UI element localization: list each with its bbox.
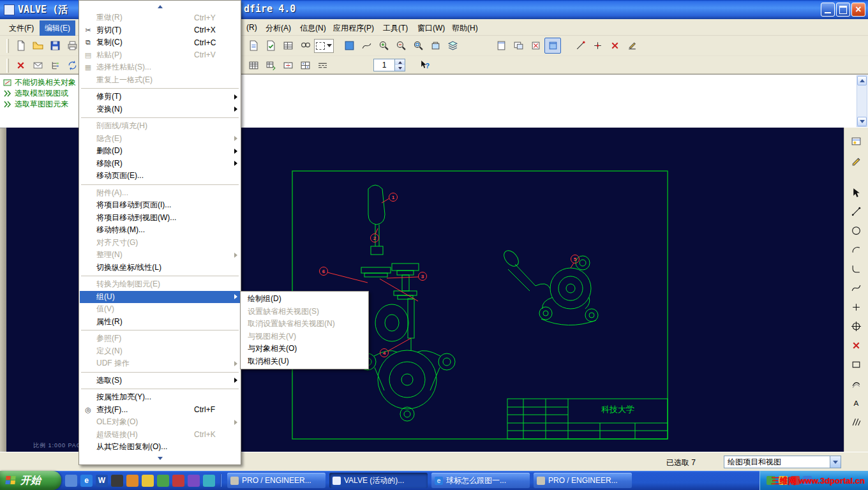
player-icon[interactable] [172,475,184,487]
media-player-icon[interactable] [126,475,138,487]
menu-item-attachment[interactable]: 附件(A)... [80,187,240,200]
taskbar-task-4[interactable]: PRO / ENGINEER... [534,473,632,488]
zoom-in-icon[interactable] [375,38,392,54]
menu-item-cut[interactable]: ✂剪切(T)Ctrl+X [80,24,240,37]
sketch-line-icon[interactable] [572,38,588,54]
app-shortcut-icon[interactable] [188,475,200,487]
menu-item-properties[interactable]: 属性(R) [80,316,240,329]
taskbar-task-3[interactable]: e 球标怎么跟图一... [431,473,530,488]
menu-item-paste-special[interactable]: ▦选择性粘贴(S)... [80,61,240,74]
close-button[interactable] [851,3,865,17]
menu-item-move-special[interactable]: 移动特殊(M)... [80,224,240,237]
message-scrollbar[interactable] [857,75,867,127]
fillet-tool-icon[interactable] [848,260,865,277]
spline-tool-icon[interactable] [848,279,865,296]
line-style-icon[interactable] [314,57,331,73]
minimize-button[interactable] [821,3,835,17]
menu-item-repeat-last-format[interactable]: 重复上一格式(E) [80,74,240,87]
menu-item-delete[interactable]: 删除(D) [80,145,240,158]
menu-scroll-up[interactable] [80,2,240,11]
left-sash[interactable] [0,128,6,452]
selection-filter-combo[interactable] [314,39,334,53]
menu-item-trim[interactable]: 修剪(T) [80,91,240,103]
submenu-item-set-default-related-views[interactable]: 设置缺省相关视图(S) [241,306,368,318]
menu-item-redo[interactable]: 重做(R)Ctrl+Y [80,11,240,24]
menu-item-references[interactable]: 参照(F) [80,332,240,345]
repeat-region-icon[interactable] [297,57,313,73]
menu-item-hyperlink[interactable]: 超级链接(H)Ctrl+K [80,429,240,442]
menu-edit[interactable]: 编辑(E) [40,20,75,36]
merge-cells-icon[interactable] [280,57,296,73]
menu-item-cleanup[interactable]: 整理(N) [80,249,240,262]
table-icon[interactable] [280,38,296,54]
sketch-point-icon[interactable] [589,38,606,54]
show-desktop-icon[interactable] [65,475,77,487]
submenu-item-unrelate[interactable]: 取消相关(U) [241,355,368,368]
page-setup-icon[interactable] [245,38,262,54]
sketch-note-icon[interactable] [624,38,640,54]
erase-button[interactable] [12,57,29,73]
zoom-out-icon[interactable] [393,38,409,54]
sheet-number-stepper[interactable]: 1 [373,59,405,71]
new-sheet-icon[interactable] [493,38,509,54]
menu-item-suppress[interactable]: 隐含(E) [80,133,240,145]
submenu-item-unset-default-related-views[interactable]: 取消设置缺省相关视图(N) [241,318,368,330]
view-display-icon[interactable] [848,133,865,149]
taskbar-task-1[interactable]: PRO / ENGINEER... [227,473,326,488]
activate-window-icon[interactable] [544,38,561,54]
toolbar-grip[interactable] [6,59,9,73]
menu-item-convert-to-draft[interactable]: 转换为绘制图元(E) [80,278,240,291]
maximize-button[interactable] [836,3,850,17]
stepper-down-button[interactable] [395,65,405,71]
menu-partial[interactable]: (R) [241,20,262,34]
menu-item-copy[interactable]: ⧉复制(C)Ctrl+C [80,36,240,49]
shaded-display-icon[interactable] [341,38,357,54]
offset-tool-icon[interactable] [848,375,865,392]
menu-item-ole-object[interactable]: OLE对象(O) [80,416,240,429]
menu-item-udf-operations[interactable]: UDF 操作 [80,357,240,370]
menu-window[interactable]: 窗口(W) [412,20,450,36]
menu-item-toggle-ordinate-linear[interactable]: 切换纵坐标/线性(L) [80,262,240,274]
delete-segment-icon[interactable] [848,337,865,353]
folder-icon[interactable] [142,475,154,487]
menu-analysis[interactable]: 分析(A) [260,20,296,36]
start-button[interactable]: 开始 [0,471,61,490]
circle-tool-icon[interactable] [848,222,865,239]
menu-item-remove[interactable]: 移除(R) [80,158,240,170]
scroll-up-button[interactable] [857,76,867,85]
menu-item-transform[interactable]: 变换(N) [80,103,240,116]
qq-icon[interactable] [111,475,123,487]
context-help-icon[interactable]: ? [416,57,433,73]
menu-item-select[interactable]: 选取(S) [80,375,240,387]
app-shortcut-icon[interactable] [203,475,215,487]
menu-item-find[interactable]: ◎查找(F)...Ctrl+F [80,404,240,417]
menu-tools[interactable]: 工具(T) [378,20,413,36]
repaint-icon[interactable] [427,38,444,54]
table-from-file-icon[interactable] [262,57,279,73]
layers-icon[interactable] [444,38,461,54]
menu-file[interactable]: 文件(F) [4,20,39,36]
model-tree-button[interactable] [47,57,63,73]
submenu-item-draft-group[interactable]: 绘制组(D) [241,293,368,306]
refit-icon[interactable] [410,38,426,54]
messenger-icon[interactable] [157,475,169,487]
annotation-display-icon[interactable] [848,152,865,168]
arc-tool-icon[interactable] [848,241,865,258]
menu-item-align-dimensions[interactable]: 对齐尺寸(G) [80,237,240,249]
menu-item-value[interactable]: 值(V) [80,303,240,316]
word-icon[interactable]: W [96,475,108,487]
sketch-delete-icon[interactable] [606,38,623,54]
hatch-tool-icon[interactable] [848,413,865,430]
scroll-down-button[interactable] [857,117,867,126]
menu-item-paste[interactable]: ▤粘贴(P)Ctrl+V [80,49,240,62]
open-window-icon[interactable] [510,38,527,54]
ie-icon[interactable]: e [80,475,93,487]
menu-item-hatch-fill[interactable]: 剖面线/填充(H) [80,120,240,133]
search-model-icon[interactable] [297,38,313,54]
new-file-button[interactable] [12,38,29,54]
submenu-item-relate-to-object[interactable]: 与对象相关(O) [241,343,368,355]
update-sheet-icon[interactable] [262,38,279,54]
text-tool-icon[interactable]: A [848,394,865,411]
submenu-item-relate-to-view[interactable]: 与视图相关(V) [241,330,368,343]
line-tool-icon[interactable] [848,203,865,219]
